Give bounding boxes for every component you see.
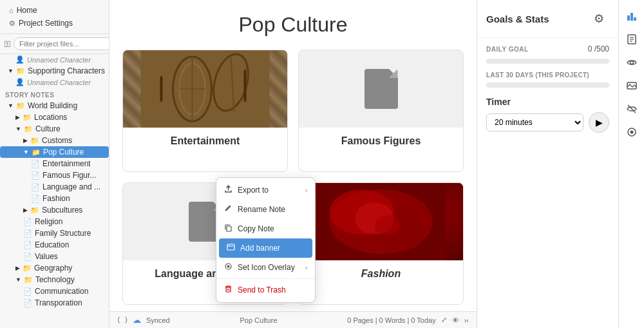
image-button[interactable] <box>621 75 643 97</box>
rename-label: Rename Note <box>238 205 285 214</box>
copy-label: Copy Note <box>238 224 274 233</box>
timer-play-button[interactable]: ▶ <box>589 112 609 133</box>
locations-label: Locations <box>34 113 67 122</box>
tree-item-pop-culture[interactable]: ▼ 📁 Pop Culture <box>0 146 109 158</box>
tree-item-unnamed-char1[interactable]: 👤 Unnamed Character <box>0 54 109 65</box>
copy-icon <box>224 224 232 234</box>
hide-panel-button[interactable] <box>621 98 643 120</box>
tree-item-subcultures[interactable]: ▶ 📁 Subcultures <box>0 204 109 216</box>
education-label: Education <box>35 240 69 249</box>
card-fashion-label: Fashion <box>299 260 463 287</box>
filter-row: ⚿ + <box>0 34 109 54</box>
unnamed-char2-label: Unnamed Character <box>27 79 91 86</box>
tree-item-locations[interactable]: ▶ 📁 Locations <box>0 111 109 123</box>
chevron-icon5: ▶ <box>23 137 28 144</box>
filter-input[interactable] <box>14 37 109 50</box>
book-button[interactable] <box>621 28 643 50</box>
tree-item-education[interactable]: 📄 Education <box>0 239 109 251</box>
card-famous-figures[interactable]: Famous Figures <box>298 50 464 172</box>
tree-item-culture[interactable]: ▼ 📁 Culture <box>0 123 109 135</box>
project-settings-label: Project Settings <box>19 19 73 28</box>
context-menu-export[interactable]: Export to › <box>216 180 315 200</box>
tree-item-geography[interactable]: ▶ 📁 Geography <box>0 262 109 274</box>
svg-rect-25 <box>634 17 636 21</box>
svg-rect-20 <box>226 287 231 292</box>
tree-item-communication[interactable]: 📄 Communication <box>0 285 109 297</box>
context-menu-set-icon[interactable]: Set Icon Overlay › <box>216 258 315 277</box>
sidebar-top-nav: ⌂ Home ⚙ Project Settings <box>0 0 109 34</box>
daily-goal-progress <box>486 59 609 64</box>
tree-item-language[interactable]: 📄 Language and ... <box>0 181 109 193</box>
folder-icon3: 📁 <box>23 113 32 122</box>
folder-icon7: 📁 <box>23 264 32 273</box>
svg-point-14 <box>375 215 401 235</box>
tree-item-world-building[interactable]: ▼ 📁 World Building <box>0 100 109 111</box>
tree-item-customs[interactable]: ▶ 📁 Customs <box>0 135 109 146</box>
communication-label: Communication <box>35 287 88 296</box>
unnamed-char-label: Unnamed Character <box>27 56 91 64</box>
tree-item-technology[interactable]: ▼ 📁 Technology <box>0 274 109 285</box>
sidebar-home[interactable]: ⌂ Home <box>5 4 104 17</box>
icon-overlay-arrow: › <box>305 264 307 271</box>
svg-rect-23 <box>627 15 630 21</box>
file-icon2: 👤 <box>15 78 24 86</box>
filter-icon: ⚿ <box>4 40 11 48</box>
bar-chart-button[interactable] <box>621 5 643 27</box>
tree-item-family-structure[interactable]: 📄 Family Structure <box>0 227 109 239</box>
tree-item-unnamed-char2[interactable]: 👤 Unnamed Character <box>0 77 109 88</box>
pop-culture-label: Pop Culture <box>43 148 84 157</box>
tree-item-religion[interactable]: 📄 Religion <box>0 216 109 227</box>
card-famous-figures-label: Famous Figures <box>299 128 463 155</box>
chevron-icon8: ▼ <box>15 276 21 283</box>
technology-label: Technology <box>35 275 75 284</box>
home-icon: ⌂ <box>9 6 14 14</box>
nav-forward-icon[interactable]: ⟩ <box>125 316 128 324</box>
file-icon: 👤 <box>15 55 24 64</box>
file-icon12: 📄 <box>23 299 32 307</box>
svg-rect-16 <box>227 244 234 250</box>
tree-item-transporation[interactable]: 📄 Transporation <box>0 297 109 309</box>
card-fashion[interactable]: Fashion <box>298 182 464 305</box>
context-menu-rename[interactable]: Rename Note <box>216 200 315 219</box>
svg-rect-8 <box>244 70 247 102</box>
right-panel-title: Goals & Stats <box>486 14 549 24</box>
nav-back-icon[interactable]: ⟨ <box>117 316 120 324</box>
card-entertainment[interactable]: Entertainment <box>122 50 288 172</box>
entertainment-label: Entertainment <box>43 159 91 168</box>
card-fashion-image <box>299 183 463 260</box>
file-icon10: 📄 <box>23 253 32 261</box>
values-label: Values <box>35 252 58 261</box>
tree-item-supporting-chars[interactable]: ▼ 📁 Supporting Characters <box>0 65 109 77</box>
gear-settings-button[interactable]: ⚙ <box>589 6 609 31</box>
page-title: Pop Culture <box>109 0 477 43</box>
view-button[interactable] <box>621 121 643 143</box>
right-panel: Goals & Stats ⚙ DAILY GOAL 0 /500 LAST 3… <box>477 0 618 328</box>
supporting-chars-label: Supporting Characters <box>28 66 105 75</box>
set-icon-label: Set Icon Overlay <box>238 263 295 272</box>
context-menu-trash[interactable]: Send to Trash <box>216 280 315 300</box>
tree-item-famous-figures[interactable]: 📄 Famous Figur... <box>0 169 109 181</box>
sidebar-project-settings[interactable]: ⚙ Project Settings <box>5 17 104 30</box>
sync-label: Synced <box>146 316 170 324</box>
tree-item-fashion[interactable]: 📄 Fashion <box>0 193 109 204</box>
menu-separator <box>216 278 315 279</box>
tree-item-values[interactable]: 📄 Values <box>0 251 109 262</box>
folder-icon4: 📁 <box>24 125 33 133</box>
context-menu-copy[interactable]: Copy Note <box>216 219 315 238</box>
home-label: Home <box>17 6 37 15</box>
svg-rect-24 <box>630 13 633 21</box>
expand-icon[interactable]: ⤢ <box>441 316 447 324</box>
chevron-icon6: ▶ <box>23 207 28 213</box>
hide-icon[interactable]: 👁 <box>452 316 459 324</box>
tree-item-entertainment[interactable]: 📄 Entertainment <box>0 158 109 169</box>
goal-row: DAILY GOAL 0 /500 <box>477 38 618 56</box>
file-icon9: 📄 <box>23 241 32 249</box>
svg-point-19 <box>227 265 230 268</box>
project-name-label: Pop Culture <box>175 316 343 324</box>
context-menu-add-banner[interactable]: Add banner <box>219 238 312 258</box>
timer-select[interactable]: 20 minutes 30 minutes 45 minutes 1 hour <box>486 113 583 131</box>
eye-settings-button[interactable] <box>621 52 643 73</box>
more-icon[interactable]: ›‹ <box>464 316 469 324</box>
export-label: Export to <box>238 186 269 195</box>
file-icon7: 📄 <box>23 218 32 226</box>
